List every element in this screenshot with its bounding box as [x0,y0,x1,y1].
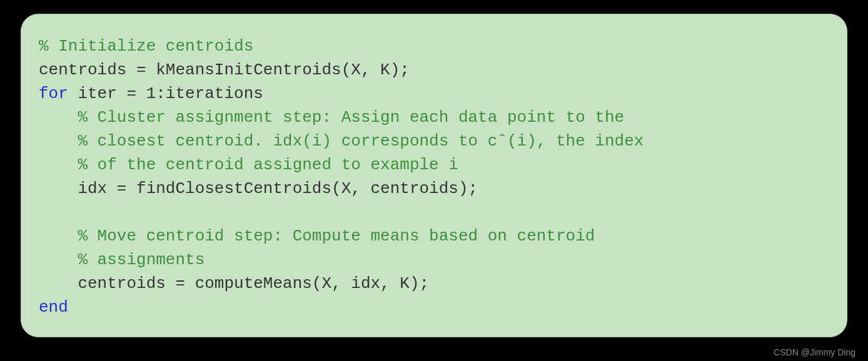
code-line: iter = 1:iterations [68,84,263,103]
code-line: centroids = kMeansInitCentroids(X, K); [39,61,410,79]
code-comment: % Cluster assignment step: Assign each d… [39,108,624,127]
code-line: idx = findClosestCentroids(X, centroids)… [39,179,478,198]
watermark-text: CSDN @Jimmy Ding [774,347,855,357]
code-comment: % closest centroid. idx(i) corresponds t… [39,132,643,151]
code-block: % Initialize centroids centroids = kMean… [39,34,829,319]
code-comment: % Move centroid step: Compute means base… [39,227,595,245]
code-keyword: end [39,298,68,317]
code-comment: % of the centroid assigned to example i [39,156,458,174]
code-panel: % Initialize centroids centroids = kMean… [21,14,847,337]
code-keyword: for [39,84,68,103]
code-line: centroids = computeMeans(X, idx, K); [39,274,429,293]
code-comment: % Initialize centroids [39,37,253,56]
code-comment: % assignments [39,250,204,269]
